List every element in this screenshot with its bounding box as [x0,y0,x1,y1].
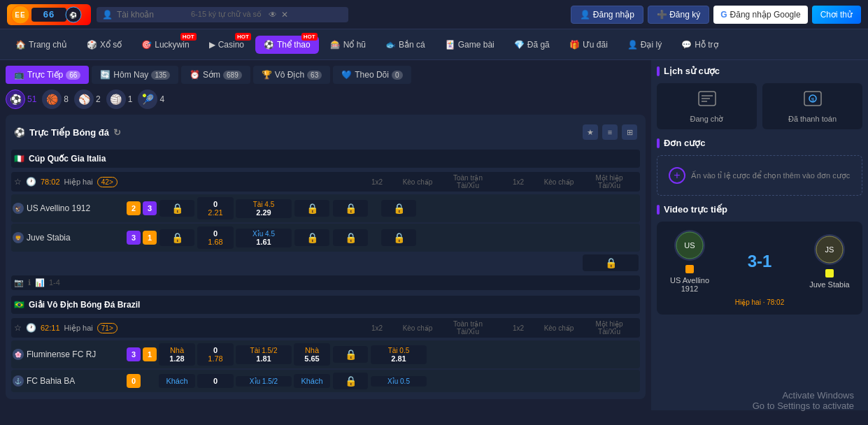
juve-odds[interactable]: 0 1.68 [197,226,234,249]
avellino-tx-cell[interactable]: Tài 4.5 2.29 [236,199,292,218]
football-ball-icon: ⚽ [14,127,25,138]
lock-icon-5[interactable]: 🔒 [159,229,194,246]
sport-football[interactable]: ⚽ 51 [6,89,36,109]
avellino-tx[interactable]: Tài 4.5 2.29 [236,199,292,218]
juve-tx[interactable]: Xỉu 4.5 1.61 [236,229,292,247]
sport-tabs: 📺 Trực Tiếp 66 🔄 Hôm Nay 135 ⏰ Sớm 689 🏆… [6,66,646,84]
bahia-half-odds[interactable]: Khách [294,374,330,388]
header-buttons: 👤 Đăng nhập ➕ Đăng ký G Đăng nhập Google… [571,6,861,24]
avellino-1x2-lock[interactable]: 🔒 [159,200,195,217]
bahia-half-keo-lock[interactable]: 🔒 [332,373,369,389]
avellino-keo-cell[interactable]: 0 2.21 [197,197,234,219]
sport-volleyball[interactable]: 🏐 1 [106,89,133,109]
avellino-half-tx-lock[interactable]: 🔒 [371,200,427,217]
lock-icon-3[interactable]: 🔒 [333,200,368,217]
flu-half-1x2[interactable]: Nhà 5.65 [294,343,330,366]
nav-item-thethao[interactable]: ⚽ Thể thao HOT [255,36,319,54]
grid-view-icon[interactable]: ⊞ [622,124,637,140]
nav-item-trangchu[interactable]: 🏠 Trang chủ [7,36,76,54]
lock-icon-10[interactable]: 🔒 [333,373,368,389]
nav-item-casino[interactable]: ▶ Casino HOT [201,36,252,54]
refresh-icon[interactable]: ↻ [113,127,121,138]
juve-logo: 🦁 [13,232,24,243]
sport-tennis[interactable]: 🎾 4 [138,89,164,109]
bahia-logo: ⚓ [13,375,24,387]
flu-1x2[interactable]: Nhà 1.28 [159,343,195,366]
avellino-half-1x2-lock[interactable]: 🔒 [294,200,330,217]
fluminense-logo: 🌸 [13,349,24,360]
avellino-half-keo-lock[interactable]: 🔒 [332,200,369,217]
login-button[interactable]: 👤 Đăng nhập [571,6,643,24]
left-panel: 📺 Trực Tiếp 66 🔄 Hôm Nay 135 ⏰ Sớm 689 🏆… [0,60,651,410]
tab-theodoi[interactable]: 💙 Theo Dõi 0 [333,66,411,84]
search-hint: 6-15 ký tự chữ và số [191,10,262,19]
bahia-half-tx[interactable]: Xỉu 0.5 [371,376,427,387]
bahia-1x2[interactable]: Khách [159,374,195,388]
lock-icon-extra[interactable]: 🔒 [583,254,639,271]
star-icon[interactable]: ☆ [14,177,22,187]
hot-badge-thethao: HOT [301,33,318,41]
tab-som[interactable]: ⏰ Sớm 689 [181,66,250,84]
avellino-odds[interactable]: 0 2.21 [197,197,234,219]
bahia-half-1x2[interactable]: Khách [294,374,330,388]
lock-icon-9[interactable]: 🔒 [333,346,368,363]
nav-item-daga[interactable]: 💎 Đã gã [506,36,558,54]
star-icon-2[interactable]: ☆ [14,323,22,333]
play-button[interactable]: Chơi thử [812,6,861,24]
account-input[interactable] [117,10,187,20]
juve-1x2-lock[interactable]: 🔒 [159,229,195,246]
star-filter-icon[interactable]: ★ [583,124,598,140]
luckywin-icon: 🎯 [141,40,152,50]
nav-item-xoso[interactable]: 🎲 Xổ số [78,36,130,54]
register-button[interactable]: ➕ Đăng ký [648,6,709,24]
match-section: ⚽ Trực Tiếp Bóng đá ↻ ★ ≡ ⊞ 🇮🇹 Cúp Quốc … [6,115,646,399]
brazil-flag-icon: 🇧🇷 [14,300,24,310]
flu-keo[interactable]: 0 1.78 [197,343,234,366]
list-view-icon[interactable]: ≡ [602,124,618,140]
bahia-tx[interactable]: Xỉu 1.5/2 [236,376,292,387]
juve-tx-cell[interactable]: Xỉu 4.5 1.61 [236,229,292,247]
juve-half-keo-lock[interactable]: 🔒 [332,229,369,246]
lock-icon-4[interactable]: 🔒 [381,200,416,217]
tab-vodich[interactable]: 🏆 Vô Địch 63 [253,66,330,84]
lock-icon-8[interactable]: 🔒 [381,229,416,246]
bahia-odds-khach[interactable]: Khách [159,374,195,388]
bahia-tx-cell[interactable]: Xỉu 1.5/2 [236,376,292,387]
bet-tab-paid[interactable]: $ Đã thanh toán [762,83,862,129]
sport-baseball[interactable]: ⚾ 2 [74,89,101,109]
nav-item-hotro[interactable]: 💬 Hỗ trợ [673,36,726,54]
clear-icon[interactable]: ✕ [281,10,288,20]
nav-item-nohu[interactable]: 🎰 Nổ hũ [322,36,374,54]
sport-basketball[interactable]: 🏀 8 [42,89,69,109]
nav-item-luckywin[interactable]: 🎯 Luckywin HOT [133,36,197,54]
google-login-button[interactable]: G Đăng nhập Google [713,6,807,24]
flu-tx[interactable]: Tài 1.5/2 1.81 [236,345,292,364]
juve-keo-cell[interactable]: 0 1.68 [197,226,234,249]
bet-tab-pending[interactable]: Đang chờ [657,83,757,129]
flu-half-tx[interactable]: Tài 0.5 2.81 [371,345,427,364]
tab-tructiep[interactable]: 📺 Trực Tiếp 66 [6,66,89,84]
flu-half-odds[interactable]: Nhà 5.65 [294,343,330,366]
main-layout: 📺 Trực Tiếp 66 🔄 Hôm Nay 135 ⏰ Sớm 689 🏆… [0,60,868,410]
nav-item-banca[interactable]: 🐟 Bắn cá [377,36,434,54]
flu-keo-cell[interactable]: 0 1.78 [197,343,234,366]
tab-homnay[interactable]: 🔄 Hôm Nay 135 [92,66,178,84]
bahia-keo[interactable]: 0 [197,374,234,388]
flu-tx-cell[interactable]: Tài 1.5/2 1.81 [236,345,292,364]
lock-icon-6[interactable]: 🔒 [294,229,329,246]
flu-odds-nha[interactable]: Nhà 1.28 [159,343,195,366]
flu-half-keo-lock[interactable]: 🔒 [332,346,369,363]
nav-item-uudai[interactable]: 🎁 Ưu đãi [561,36,616,54]
lock-icon-2[interactable]: 🔒 [294,200,329,217]
lock-icon-1[interactable]: 🔒 [159,200,194,217]
nav-item-daily[interactable]: 👤 Đại lý [619,36,670,54]
lock-icon-7[interactable]: 🔒 [333,229,368,246]
juve-half-1x2-lock[interactable]: 🔒 [294,229,330,246]
bahia-keo-cell[interactable]: 0 [197,374,234,388]
right-panel: Lịch sử cược Đang chờ [651,60,868,410]
juve-half-tx-lock[interactable]: 🔒 [371,229,427,246]
baseball-circle: ⚾ [74,89,94,109]
bahia-half-tx-cell[interactable]: Xỉu 0.5 [371,376,427,387]
nav-item-gamebai[interactable]: 🃏 Game bài [436,36,503,54]
flu-half-tx-cell[interactable]: Tài 0.5 2.81 [371,345,427,364]
